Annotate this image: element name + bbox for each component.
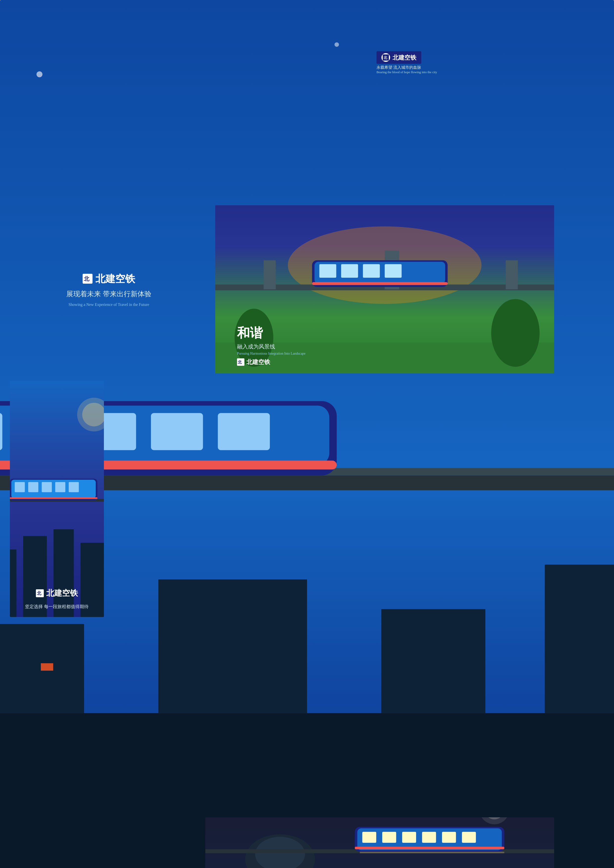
blue-poster-tagline: 展现着未来 带来出行新体验 <box>66 289 151 299</box>
svg-rect-84 <box>15 482 25 492</box>
svg-rect-89 <box>10 497 98 499</box>
svg-rect-30 <box>158 580 307 713</box>
svg-point-49 <box>335 42 339 47</box>
blue-poster: 北 北建空铁 展现着未来 带来出行新体验 Showing a New Exper… <box>10 205 208 374</box>
harmony-subtitle: 融入成为风景线 <box>237 343 305 350</box>
svg-rect-74 <box>10 549 16 617</box>
landscape-poster: 追求着 和谐 融入成为风景线 Pursuing Harmonious Integ… <box>215 205 554 374</box>
monorail-slogan: 永载希望 流入城市的血脉 <box>377 65 421 70</box>
svg-text:北: 北 <box>237 360 242 364</box>
svg-rect-42 <box>0 413 2 450</box>
svg-rect-46 <box>218 413 270 450</box>
monorail-logo: 北 北建空铁 <box>377 51 421 64</box>
monorail-en-slogan: Bearing the blood of hope flowing into t… <box>377 70 437 74</box>
mobile-poster: 北 北建空铁 坚定选择 每一段旅程都值得期待 <box>10 381 104 617</box>
night-scene-poster: 北 北建空铁 水木传命 奥运国家荣耀展 <box>205 817 554 868</box>
blue-poster-en: Showing a New Experience of Travel in th… <box>68 302 149 307</box>
svg-point-48 <box>37 71 43 77</box>
svg-rect-88 <box>69 482 79 492</box>
svg-text:北: 北 <box>383 56 388 60</box>
blue-poster-brand: 北建空铁 <box>96 272 135 286</box>
svg-text:北: 北 <box>37 591 42 596</box>
harmony-en: Pursuing Harmonious Integration Into Lan… <box>237 352 305 356</box>
mobile-poster-col: 北 北建空铁 坚定选择 每一段旅程都值得期待 <box>10 381 104 617</box>
mobile-brand: 北建空铁 <box>46 588 78 599</box>
svg-rect-86 <box>42 482 52 492</box>
svg-rect-32 <box>545 564 614 713</box>
mobile-text: 坚定选择 每一段旅程都值得期待 <box>25 604 88 609</box>
middle-section: 北 北建空铁 展现着未来 带来出行新体验 Showing a New Exper… <box>10 205 554 374</box>
harmony-title2: 和谐 <box>237 324 305 342</box>
svg-rect-85 <box>28 482 38 492</box>
main-content: B 标准色 辅助色 <box>0 0 564 868</box>
svg-rect-31 <box>381 609 485 713</box>
page-container: B 标准色 辅助色 <box>0 0 614 868</box>
harmony-poster: 追求着 和谐 融入成为风景线 Pursuing Harmonious Integ… <box>215 205 554 374</box>
svg-text:北: 北 <box>84 276 90 282</box>
svg-rect-45 <box>151 413 203 450</box>
harmony-brand: 北建空铁 <box>247 358 270 366</box>
svg-rect-87 <box>55 482 65 492</box>
